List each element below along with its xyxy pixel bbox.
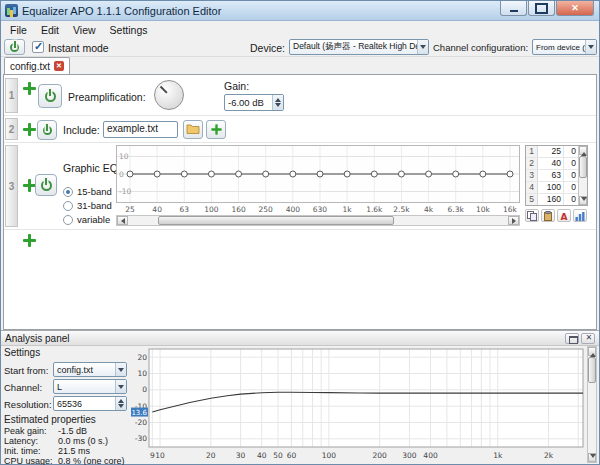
- power-icon: [10, 43, 19, 52]
- eq-response-graph[interactable]: 100-102540631001602504006301k1.6k2.5k4k6…: [116, 145, 520, 214]
- property-label: Latency:: [4, 436, 38, 446]
- property-row: Peak gain:-1.5 dB: [1, 426, 130, 436]
- menu-edit[interactable]: Edit: [34, 23, 66, 37]
- scroll-down-icon[interactable]: [588, 453, 596, 462]
- menu-settings[interactable]: Settings: [103, 23, 155, 37]
- paste-icon[interactable]: [541, 209, 555, 222]
- channel-select[interactable]: L: [53, 379, 127, 394]
- filter-row-include: 2 Include: example.txt: [4, 117, 596, 143]
- device-select[interactable]: Default (扬声器 - Realtek High Definition A…: [289, 39, 429, 55]
- start-from-select[interactable]: config.txt: [53, 362, 127, 377]
- svg-text:60: 60: [287, 451, 297, 460]
- analysis-panel-header: Analysis panel: [1, 331, 599, 346]
- channel-config-select[interactable]: From device (Stereo): [532, 39, 597, 55]
- property-label: Peak gain:: [4, 426, 47, 436]
- global-power-button[interactable]: [4, 39, 25, 55]
- eq-table-row[interactable]: 1250: [526, 146, 578, 158]
- add-new-filter-button[interactable]: [22, 233, 36, 247]
- minimize-button[interactable]: [500, 1, 527, 16]
- toolbar: Instant mode Device: Default (扬声器 - Real…: [1, 38, 599, 57]
- titlebar[interactable]: Equalizer APO 1.1.1 Configuration Editor: [1, 1, 599, 21]
- resolution-label: Resolution:: [4, 399, 52, 410]
- property-value: 0.0 ms (0 s.): [58, 436, 108, 446]
- analysis-panel-title: Analysis panel: [5, 333, 69, 344]
- resolution-spinbox[interactable]: 65536: [53, 396, 127, 411]
- maximize-button[interactable]: [528, 1, 555, 16]
- undock-panel-icon[interactable]: [565, 333, 579, 344]
- scroll-up-icon[interactable]: [579, 146, 587, 155]
- filter-row-graphic-eq: 3 Graphic EQ: 15-band 31-band variable 1…: [4, 144, 596, 230]
- tab-label: config.txt: [10, 61, 50, 72]
- device-value: Default (扬声器 - Realtek High Definition A…: [293, 41, 417, 53]
- eq-table-scrollbar[interactable]: [578, 146, 587, 205]
- gain-cell[interactable]: 0: [564, 146, 578, 157]
- export-icon[interactable]: A: [557, 209, 571, 222]
- spinner-arrows-icon[interactable]: [115, 397, 126, 410]
- close-panel-icon[interactable]: [581, 333, 595, 344]
- plus-icon: [23, 82, 36, 95]
- eq-power-button[interactable]: [35, 174, 57, 196]
- scrollbar-thumb[interactable]: [158, 216, 394, 225]
- scroll-right-icon[interactable]: [508, 216, 519, 225]
- include-power-button[interactable]: [37, 120, 57, 140]
- radio-31-band[interactable]: 31-band: [63, 200, 112, 211]
- svg-text:25: 25: [125, 205, 135, 214]
- gain-cell[interactable]: 0: [564, 170, 578, 181]
- add-filter-button[interactable]: [22, 81, 36, 95]
- include-label: Include:: [63, 124, 100, 136]
- band-number-cell: 1: [526, 146, 538, 157]
- menu-view[interactable]: View: [66, 23, 103, 37]
- frequency-cell[interactable]: 63: [538, 170, 564, 181]
- tab-close-icon[interactable]: ✕: [54, 61, 64, 71]
- eq-graph-scrollbar[interactable]: [116, 215, 520, 226]
- plus-icon: [211, 124, 221, 134]
- frequency-cell[interactable]: 160: [538, 194, 564, 205]
- gain-cell[interactable]: 0: [564, 182, 578, 193]
- analysis-panel: Analysis panel Settings Start from: conf…: [1, 330, 599, 464]
- svg-text:16k: 16k: [503, 205, 518, 214]
- tab-config-txt[interactable]: config.txt ✕: [4, 57, 70, 74]
- open-file-button[interactable]: [183, 120, 203, 139]
- menu-bar: File Edit View Settings: [1, 21, 599, 38]
- start-from-label: Start from:: [4, 365, 48, 376]
- instant-mode-checkbox[interactable]: [32, 41, 44, 53]
- frequency-cell[interactable]: 40: [538, 158, 564, 169]
- copy-icon[interactable]: [525, 209, 539, 222]
- add-filter-button[interactable]: [22, 122, 36, 136]
- preamp-power-button[interactable]: [38, 84, 62, 108]
- svg-text:400: 400: [286, 205, 301, 214]
- svg-text:400: 400: [423, 451, 438, 460]
- gain-knob[interactable]: [154, 80, 184, 110]
- new-include-button[interactable]: [206, 120, 226, 139]
- scroll-up-icon[interactable]: [588, 347, 596, 356]
- scrollbar-thumb[interactable]: [588, 357, 596, 383]
- eq-table-row[interactable]: 3630: [526, 170, 578, 182]
- include-file-field[interactable]: example.txt: [103, 121, 178, 138]
- add-filter-button[interactable]: [22, 178, 36, 192]
- scroll-left-icon[interactable]: [117, 216, 128, 225]
- dropdown-arrow-icon: [417, 40, 428, 54]
- frequency-cell[interactable]: 25: [538, 146, 564, 157]
- analysis-scrollbar[interactable]: [587, 346, 597, 463]
- close-button[interactable]: [556, 1, 594, 16]
- gain-cell[interactable]: 0: [564, 158, 578, 169]
- svg-text:63: 63: [180, 205, 190, 214]
- eq-table-row[interactable]: 51600: [526, 194, 578, 205]
- frequency-cell[interactable]: 100: [538, 182, 564, 193]
- eq-table-row[interactable]: 41000: [526, 182, 578, 194]
- chart-icon[interactable]: [573, 209, 587, 222]
- property-row: CPU usage:0.8 % (one core): [1, 456, 130, 465]
- eq-table-row[interactable]: 2400: [526, 158, 578, 170]
- radio-button-icon: [63, 215, 73, 225]
- gain-spinbox[interactable]: -6.00 dB: [224, 94, 284, 111]
- scroll-down-icon[interactable]: [579, 196, 587, 205]
- scrollbar-thumb[interactable]: [579, 156, 587, 178]
- menu-file[interactable]: File: [3, 23, 34, 37]
- gain-cell[interactable]: 0: [564, 194, 578, 205]
- radio-label: 15-band: [77, 186, 112, 197]
- svg-text:10: 10: [155, 451, 165, 460]
- svg-text:10: 10: [119, 152, 129, 161]
- radio-15-band[interactable]: 15-band: [63, 186, 112, 197]
- spinner-arrows-icon[interactable]: [272, 95, 283, 110]
- radio-variable[interactable]: variable: [63, 214, 110, 225]
